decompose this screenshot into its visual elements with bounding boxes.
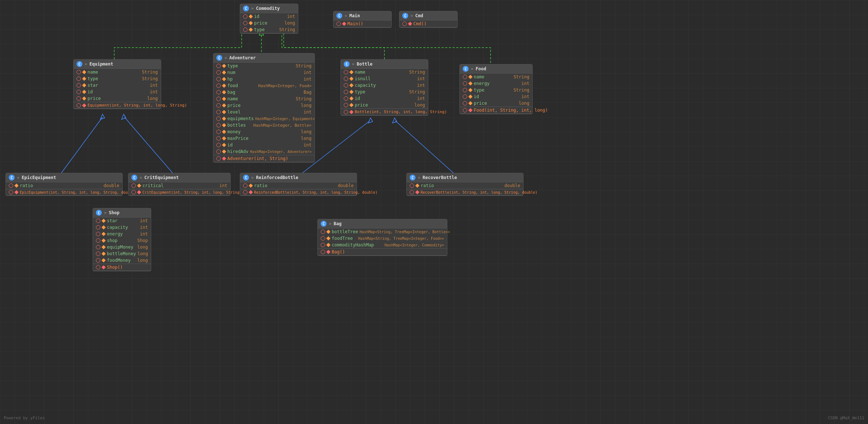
reinforced-bottle-methods: ReinforcedBottle(int, String, int, long,… (240, 189, 357, 196)
adventurer-class: C » Adventurer type String num int hp in… (213, 53, 315, 163)
svg-line-6 (124, 117, 175, 176)
recover-bottle-methods: RecoverBottle(int, String, int, long, St… (407, 189, 523, 196)
svg-marker-9 (368, 118, 373, 123)
reinforced-bottle-class: C » ReinforcedBottle ratio double Reinfo… (240, 173, 357, 196)
shop-class-icon: C (96, 210, 102, 216)
bottle-title: C » Bottle (341, 60, 428, 69)
diamond-icon (101, 258, 105, 262)
commodity-field-id: id int (240, 13, 298, 20)
diamond-icon (249, 183, 253, 187)
diamond-icon (249, 21, 253, 25)
diamond-icon (249, 190, 253, 194)
private-icon (216, 97, 221, 101)
diamond-icon (349, 83, 353, 87)
crit-equipment-fields: critical int (128, 182, 230, 189)
private-icon (131, 183, 136, 188)
private-icon (463, 88, 467, 92)
diamond-icon (342, 22, 346, 26)
equipment-fields: name String type String star int id int … (74, 69, 161, 102)
diamond-icon (468, 108, 472, 112)
private-icon (243, 27, 247, 32)
recover-bottle-fields: ratio double (407, 182, 523, 189)
epic-equipment-methods: EpicEquipment(int, String, int, long, St… (6, 189, 122, 196)
diamond-icon (222, 103, 226, 107)
reinforced-bottle-title: C » ReinforcedBottle (240, 173, 357, 182)
private-icon (216, 103, 221, 108)
private-icon (344, 96, 348, 101)
diamond-icon (326, 230, 330, 234)
bag-methods: Bag() (318, 249, 447, 256)
equipment-field-id: id int (74, 89, 161, 95)
commodity-class: C » Commodity id int price long type Str… (240, 4, 298, 34)
reinforced-bottle-fields: ratio double (240, 182, 357, 189)
bag-class: C » Bag bottleTree HashMap<String, TreeM… (317, 219, 447, 256)
private-icon (77, 70, 81, 74)
diamond-icon (101, 219, 105, 223)
equipment-field-star: star int (74, 82, 161, 89)
bag-class-icon: C (321, 221, 327, 227)
equipment-class-icon: C (77, 61, 82, 67)
private-icon (321, 236, 325, 241)
crit-class-icon: C (131, 175, 137, 181)
svg-line-4 (59, 117, 103, 176)
diamond-icon (415, 183, 419, 187)
equipment-field-type: type String (74, 75, 161, 82)
private-icon (77, 90, 81, 94)
diamond-icon (468, 75, 472, 79)
private-icon (463, 94, 467, 99)
private-icon (77, 77, 81, 81)
diamond-icon (222, 149, 226, 153)
diamond-icon (222, 90, 226, 94)
recover-class-icon: C (410, 175, 416, 181)
diamond-icon (408, 22, 412, 26)
diamond-icon (101, 238, 105, 242)
private-icon (410, 183, 414, 188)
bottle-class-icon: C (344, 61, 350, 67)
diamond-icon (101, 232, 105, 236)
diamond-icon (222, 143, 226, 147)
private-icon (216, 77, 221, 81)
private-icon (344, 77, 348, 81)
diamond-icon (326, 236, 330, 240)
adventurer-title: C » Adventurer (213, 53, 314, 63)
reinforced-class-icon: C (243, 175, 249, 181)
food-class: C » Food name String energy int type Str… (459, 64, 533, 114)
bottle-fields: name String isnull int capacity int type… (341, 69, 428, 109)
adventurer-fields: type String num int hp int food HashMap<… (213, 63, 314, 155)
diamond-icon (415, 190, 419, 194)
diamond-icon (468, 88, 472, 92)
crit-equipment-class: C » CritEquipment critical int CritEquip… (128, 173, 231, 196)
main-class-icon: C (336, 13, 342, 19)
svg-marker-5 (100, 114, 105, 119)
cmd-title: C » Cmd (399, 11, 457, 21)
epic-class-icon: C (9, 175, 15, 181)
method-icon (463, 108, 467, 112)
adventurer-class-icon: C (216, 55, 222, 61)
commodity-field-price: price long (240, 20, 298, 26)
diamond-icon (222, 83, 226, 88)
diamond-icon (222, 70, 226, 74)
cmd-class-icon: C (402, 13, 408, 19)
diamond-icon (222, 130, 226, 134)
private-icon (77, 96, 81, 101)
epic-equipment-fields: ratio double (6, 182, 122, 189)
svg-marker-7 (122, 114, 126, 119)
diamond-icon (82, 103, 86, 107)
diamond-icon (82, 77, 86, 81)
main-method-constructor: Main() (334, 21, 391, 27)
diamond-icon (249, 27, 253, 31)
private-icon (463, 75, 467, 79)
svg-marker-11 (392, 118, 397, 123)
diamond-icon (222, 64, 226, 68)
method-icon (344, 110, 348, 114)
diamond-icon (222, 77, 226, 81)
commodity-fields: id int price long type String (240, 13, 298, 33)
private-icon (243, 21, 247, 25)
private-icon (216, 116, 221, 121)
main-class: C » Main Main() (333, 11, 392, 28)
epic-equipment-title: C » EpicEquipment (6, 173, 122, 182)
svg-line-10 (395, 121, 457, 176)
method-icon (243, 190, 247, 194)
diamond-icon (349, 90, 353, 94)
cmd-methods: Cmd() (399, 21, 457, 27)
